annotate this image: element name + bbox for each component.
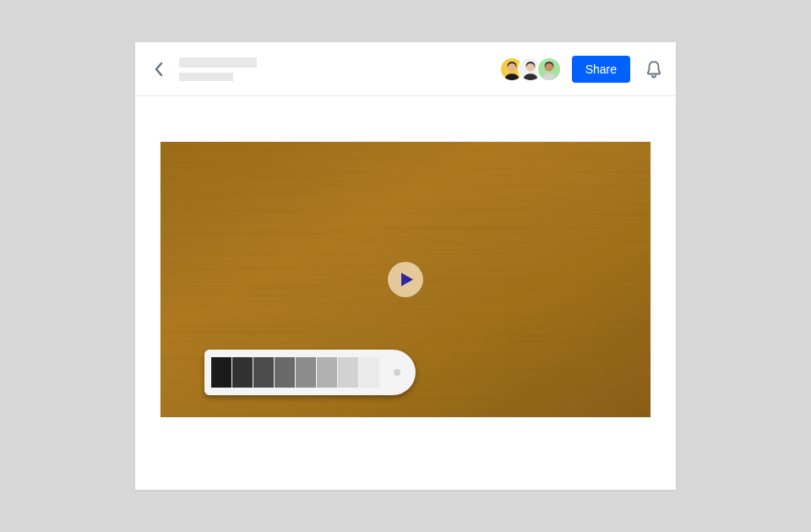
grayscale-swatch [211, 357, 231, 388]
svg-marker-10 [401, 273, 413, 286]
grayscale-swatch [275, 357, 295, 388]
grayscale-swatch [296, 357, 316, 388]
title-skeleton-line [179, 57, 257, 68]
subtitle-skeleton-line [179, 73, 233, 81]
grayscale-swatch [253, 357, 274, 388]
swatch-card-pivot [394, 369, 400, 376]
collaborator-avatar[interactable] [536, 57, 562, 82]
avatar-icon [538, 58, 560, 80]
back-button[interactable] [145, 56, 172, 83]
collaborator-avatars [499, 57, 562, 82]
grayscale-swatch [317, 357, 337, 388]
header-bar: Share [135, 42, 676, 96]
play-icon [400, 272, 414, 287]
grayscale-swatch-card [204, 350, 416, 395]
file-title-placeholder [179, 57, 257, 81]
grayscale-swatch [338, 357, 358, 388]
chevron-left-icon [153, 61, 165, 78]
content-area [135, 96, 676, 417]
notifications-button[interactable] [642, 57, 666, 81]
bell-icon [645, 60, 662, 79]
grayscale-swatch [232, 357, 253, 388]
video-preview [161, 142, 650, 417]
grayscale-swatch [359, 357, 379, 388]
share-button[interactable]: Share [572, 56, 630, 83]
play-button[interactable] [388, 262, 423, 297]
file-preview-window: Share [135, 42, 676, 490]
